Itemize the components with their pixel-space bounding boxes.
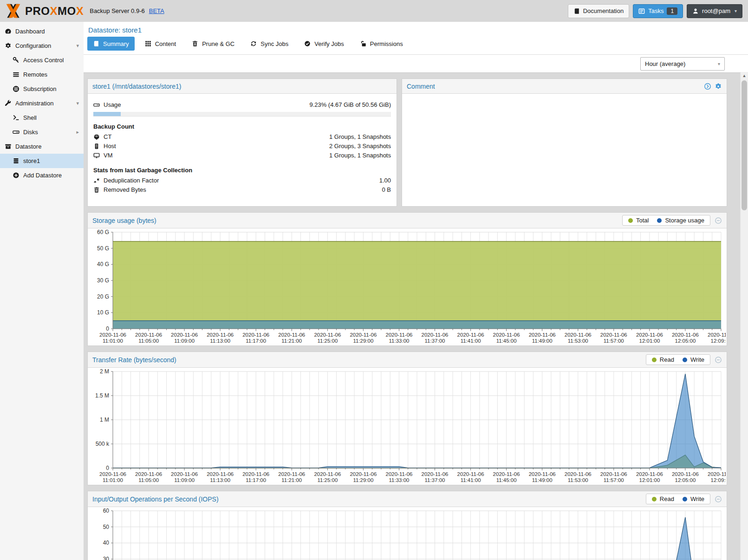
collapse-circle-minus-icon[interactable] <box>715 356 722 364</box>
sidebar-item-store1[interactable]: store1 <box>0 154 84 168</box>
svg-text:2020-11-06: 2020-11-06 <box>565 332 592 338</box>
sidebar-item-datastore[interactable]: Datastore <box>0 139 84 154</box>
legend-label: Read <box>660 356 674 363</box>
usage-progress-bar <box>93 112 391 117</box>
expand-circle-right-icon[interactable] <box>704 83 711 90</box>
brand: PROXMOX Backup Server 0.9-6 BETA <box>6 3 164 19</box>
collapse-circle-minus-icon[interactable] <box>715 217 722 224</box>
sidebar-item-add-datastore[interactable]: Add Datastore <box>0 168 84 182</box>
svg-text:11:29:00: 11:29:00 <box>353 477 373 483</box>
svg-text:2020-11-06: 2020-11-06 <box>672 471 699 477</box>
lifering-icon <box>13 85 20 92</box>
svg-text:2020-11-06: 2020-11-06 <box>99 332 126 338</box>
svg-text:2020-11-06: 2020-11-06 <box>242 471 269 477</box>
product-version: Backup Server 0.9-6 <box>90 7 145 14</box>
iops-chart-panel: Input/Output Operations per Second (IOPS… <box>87 491 727 560</box>
svg-text:11:37:00: 11:37:00 <box>425 338 445 344</box>
user-icon <box>692 8 699 14</box>
legend-dot <box>652 497 657 501</box>
svg-text:11:45:00: 11:45:00 <box>496 338 517 344</box>
svg-text:11:57:00: 11:57:00 <box>604 477 624 483</box>
usage-row: Usage 9.23% (4.67 GiB of 50.56 GiB) <box>93 100 391 110</box>
sidebar-item-remotes[interactable]: Remotes <box>0 67 84 82</box>
list-icon <box>13 71 20 78</box>
store-panel-title: store1 (/mnt/datastores/store1) <box>92 83 181 90</box>
user-label: root@pam <box>702 7 730 14</box>
svg-text:2020-11-06: 2020-11-06 <box>636 332 663 338</box>
chart-title: Transfer Rate (bytes/second) <box>92 356 176 364</box>
stat-value: 1 Groups, 1 Snapshots <box>329 151 391 160</box>
tab-label: Verify Jobs <box>314 40 344 47</box>
usage-value: 9.23% (4.67 GiB of 50.56 GiB) <box>309 100 391 110</box>
chevron-down-icon[interactable]: ▾ <box>76 43 79 49</box>
svg-text:30 G: 30 G <box>97 277 109 284</box>
svg-text:2020-11-06: 2020-11-06 <box>171 471 198 477</box>
sidebar-item-label: Shell <box>23 114 37 121</box>
svg-text:60 G: 60 G <box>97 229 109 235</box>
legend-item-write[interactable]: Write <box>683 356 704 363</box>
svg-text:2020-11-06: 2020-11-06 <box>529 332 556 338</box>
timeframe-select[interactable]: Hour (average) ▾ <box>640 57 725 71</box>
svg-text:2020-11-06: 2020-11-06 <box>708 471 726 477</box>
svg-text:12:05:00: 12:05:00 <box>675 338 696 344</box>
panel-header: Storage usage (bytes) Total Storage usag… <box>88 213 727 228</box>
legend-item-read[interactable]: Read <box>652 495 674 502</box>
sidebar-item-shell[interactable]: Shell <box>0 111 84 125</box>
tab-bar: Summary Content Prune & GC Sync Jobs Ver… <box>84 35 748 54</box>
brand-wordmark: PROXMOX <box>25 6 84 17</box>
tasks-count-badge: 1 <box>667 7 677 15</box>
svg-text:11:25:00: 11:25:00 <box>317 338 338 344</box>
tab-sync-jobs[interactable]: Sync Jobs <box>245 37 294 51</box>
chart-title: Storage usage (bytes) <box>92 217 156 224</box>
user-menu-button[interactable]: root@pam ▾ <box>687 4 742 18</box>
svg-text:2020-11-06: 2020-11-06 <box>457 471 484 477</box>
svg-text:2020-11-06: 2020-11-06 <box>672 332 699 338</box>
beta-link[interactable]: BETA <box>149 7 164 14</box>
chevron-down-icon: ▾ <box>718 61 720 66</box>
legend-item-storage-usage[interactable]: Storage usage <box>657 217 704 224</box>
legend-dot <box>683 358 687 362</box>
stat-row-removed-bytes: Removed Bytes 0 B <box>93 185 391 195</box>
tab-summary[interactable]: Summary <box>87 37 135 51</box>
documentation-button[interactable]: Documentation <box>568 4 629 18</box>
collapse-circle-minus-icon[interactable] <box>715 495 722 503</box>
sidebar-item-administration[interactable]: Administration ▾ <box>0 96 84 111</box>
vertical-scrollbar[interactable]: ▲ <box>740 72 748 560</box>
sidebar-item-dashboard[interactable]: Dashboard <box>0 24 84 39</box>
tasks-button[interactable]: Tasks 1 <box>633 4 683 18</box>
svg-text:12:05:00: 12:05:00 <box>675 477 696 483</box>
tab-prune-gc[interactable]: Prune & GC <box>186 37 240 51</box>
legend-dot <box>652 358 657 362</box>
gear-icon[interactable] <box>715 83 722 90</box>
sidebar-item-label: Dashboard <box>15 28 45 35</box>
svg-text:40 G: 40 G <box>97 261 109 267</box>
tab-verify-jobs[interactable]: Verify Jobs <box>299 37 350 51</box>
backup-count-title: Backup Count <box>93 123 391 130</box>
scroll-up-arrow-icon[interactable]: ▲ <box>741 72 748 79</box>
sidebar-item-label: Disks <box>23 129 38 136</box>
chevron-down-icon[interactable]: ▾ <box>76 100 79 106</box>
host-icon <box>93 143 100 150</box>
scrollbar-thumb[interactable] <box>741 80 747 210</box>
sidebar-item-label: store1 <box>23 157 40 164</box>
sidebar-item-subscription[interactable]: Subscription <box>0 82 84 96</box>
sidebar-item-configuration[interactable]: Configuration ▾ <box>0 39 84 53</box>
stat-row-vm: VM 1 Groups, 1 Snapshots <box>93 151 391 160</box>
wrench-icon <box>5 100 12 107</box>
tab-content[interactable]: Content <box>139 37 182 51</box>
summary-row: store1 (/mnt/datastores/store1) Usage 9.… <box>87 78 727 207</box>
svg-text:11:49:00: 11:49:00 <box>532 477 553 483</box>
legend-item-total[interactable]: Total <box>628 217 649 224</box>
brand-part: MO <box>58 5 76 17</box>
tab-permissions[interactable]: Permissions <box>354 37 409 51</box>
sidebar-item-disks[interactable]: Disks ▸ <box>0 125 84 139</box>
legend-item-write[interactable]: Write <box>683 495 704 502</box>
sidebar-item-access-control[interactable]: Access Control <box>0 53 84 67</box>
chevron-right-icon[interactable]: ▸ <box>76 129 79 135</box>
svg-text:2020-11-06: 2020-11-06 <box>278 471 305 477</box>
svg-text:0: 0 <box>106 326 109 332</box>
legend-item-read[interactable]: Read <box>652 356 674 363</box>
panel-header: Input/Output Operations per Second (IOPS… <box>88 491 727 507</box>
svg-text:11:21:00: 11:21:00 <box>281 477 302 483</box>
svg-text:11:17:00: 11:17:00 <box>246 338 266 344</box>
